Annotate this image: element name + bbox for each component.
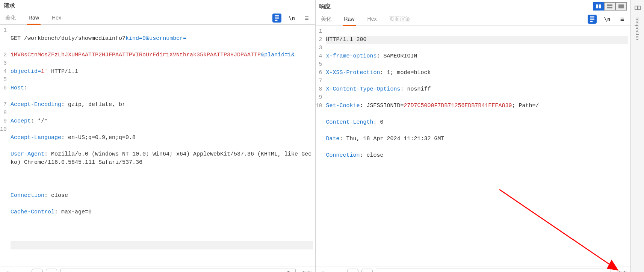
response-gutter: 12345678910 [316,26,324,266]
response-editor[interactable]: 12345678910 HTTP/1.1 200 x-frame-options… [316,26,631,266]
inspector-label[interactable]: Inspector [635,17,640,41]
svg-rect-5 [618,5,624,9]
gear-icon[interactable]: ⚙ [17,269,29,272]
request-search-box[interactable]: 🔍 [60,269,296,272]
svg-rect-3 [607,5,612,6]
request-panel: 请求 美化 Raw Hex \n ≡ 12345678910 [0,0,316,272]
layout-single-icon[interactable] [615,2,627,11]
prev-match-icon[interactable]: ← [32,269,43,272]
pretty-print-icon[interactable] [272,14,281,23]
layout-rows-icon[interactable] [604,2,615,11]
tab-beautify[interactable]: 美化 [4,12,17,24]
inspector-toggle-icon[interactable] [632,2,643,14]
wrap-toggle-icon[interactable]: \n [287,14,296,23]
hamburger-icon[interactable]: ≡ [618,15,627,24]
clear-icon[interactable]: ✕ [603,271,608,272]
request-search-row: ?⃝ ⚙ ← → 🔍 0高亮 [0,266,315,272]
request-gutter: 12345678910 [0,25,8,266]
response-search-box[interactable]: ✕ [376,269,611,272]
next-match-icon[interactable]: → [361,269,373,272]
help-icon[interactable]: ?⃝ [319,269,330,272]
response-panel: 响应 美化 Raw Hex 页面渲染 \n [316,0,631,272]
svg-rect-9 [638,6,640,10]
response-search-row: ?⃝ ⚙ ← → ✕ 0高亮 [316,266,631,272]
gear-icon[interactable]: ⚙ [333,269,344,272]
tab-hex[interactable]: Hex [50,12,63,24]
tab-beautify[interactable]: 美化 [319,13,333,26]
request-editor[interactable]: 12345678910 GET /workbench/duty/showmedi… [0,25,315,266]
layout-columns-icon[interactable] [593,2,604,11]
request-tab-row: 美化 Raw Hex \n ≡ [0,12,315,25]
prev-match-icon[interactable]: ← [347,269,358,272]
tab-raw[interactable]: Raw [27,12,41,24]
next-match-icon[interactable]: → [46,269,57,272]
tab-raw[interactable]: Raw [343,13,356,26]
svg-rect-4 [607,7,612,8]
svg-rect-8 [635,6,637,10]
svg-rect-1 [596,5,598,9]
tab-hex[interactable]: Hex [366,13,378,26]
inspector-rail: Inspector [630,0,644,272]
wrap-toggle-icon[interactable]: \n [603,15,612,24]
request-title: 请求 [4,2,15,9]
svg-rect-2 [599,5,601,9]
request-code[interactable]: GET /workbench/duty/showmediainfo?kind=0… [8,25,315,266]
help-icon[interactable]: ?⃝ [3,269,14,272]
response-code[interactable]: HTTP/1.1 200 x-frame-options: SAMEORIGIN… [324,26,631,266]
pretty-print-icon[interactable] [588,15,597,24]
response-title: 响应 [319,3,331,10]
response-tab-row: 美化 Raw Hex 页面渲染 \n ≡ [316,13,631,26]
tab-render[interactable]: 页面渲染 [388,13,412,26]
layout-buttons [593,2,627,11]
hamburger-icon[interactable]: ≡ [302,14,311,23]
